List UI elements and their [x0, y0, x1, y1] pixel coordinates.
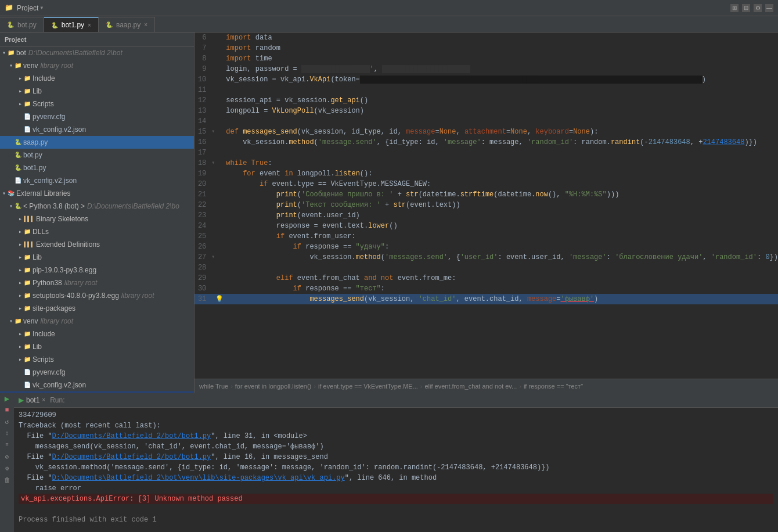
tree-item-binary-skeletons[interactable]: ▸ ▌▌▌ Binary Skeletons: [0, 213, 194, 225]
line-content[interactable]: vk_session = vk_api.VkApi(token=████): [224, 74, 778, 85]
file-json-icon: 📄: [24, 126, 31, 133]
tree-item-venv2[interactable]: ▾ 📁 venv library root: [0, 315, 194, 328]
rerun-icon[interactable]: ↺: [0, 416, 14, 427]
run-icon[interactable]: ▶: [0, 393, 14, 404]
line-content[interactable]: import random: [224, 43, 778, 53]
tree-item-pip[interactable]: ▸ 📁 pip-19.0.3-py3.8.egg: [0, 264, 194, 276]
settings-btn[interactable]: ⚙: [754, 4, 762, 12]
tree-item-vkconfig3[interactable]: ▸ 📄 vk_config.v2.json: [0, 379, 194, 391]
line-content[interactable]: if event.type == VkEventType.MESSAGE_NEW…: [224, 179, 778, 189]
fold-btn-15[interactable]: ▾: [211, 128, 215, 135]
line-content[interactable]: login, password = ████████', ██████████: [224, 64, 778, 74]
fold-btn-27[interactable]: ▾: [211, 254, 215, 260]
run-tab-bot1[interactable]: ▶ bot1 ×: [19, 396, 45, 404]
breadcrumb: while True › for event in longpoll.liste…: [195, 379, 778, 393]
fold-gutter: [211, 263, 215, 273]
tab-bot-py[interactable]: 🐍 bot.py: [0, 17, 44, 32]
tree-item-vaap-py[interactable]: ▸ 🐍 ваар.py: [0, 136, 194, 149]
line-content[interactable]: import time: [224, 53, 778, 64]
tree-item-python38[interactable]: ▾ 🐍 < Python 3.8 (bot) > D:\Documents\Ba…: [0, 200, 194, 213]
tree-item-dlls[interactable]: ▸ 📁 DLLs: [0, 225, 194, 238]
tree-item-scripts-venv[interactable]: ▸ 📁 Scripts: [0, 98, 194, 110]
code-editor[interactable]: 6 import data 7 import random 8: [195, 33, 778, 379]
tree-item-lib-py38[interactable]: ▸ 📁 Lib: [0, 251, 194, 264]
tree-label-venv: venv: [23, 62, 38, 70]
wrap-icon[interactable]: ≡: [0, 439, 14, 451]
tree-item-vkconfig2-json[interactable]: ▸ 📄 vk_config.v2.json: [0, 174, 194, 187]
file-py-icon-vaap: 🐍: [15, 139, 21, 146]
tree-item-include2[interactable]: ▸ 📁 Include: [0, 328, 194, 340]
filter-icon[interactable]: ⊘: [0, 451, 14, 462]
line-content[interactable]: import data: [224, 33, 778, 43]
line-content[interactable]: elif event.from_chat and not event.from_…: [224, 273, 778, 283]
fold-btn-18[interactable]: ▾: [211, 160, 215, 166]
tree-item-venv[interactable]: ▾ 📁 venv library root: [0, 59, 194, 72]
bc-item-1[interactable]: while True: [199, 383, 228, 390]
tree-item-python38-lib[interactable]: ▸ 📁 Python38 library root: [0, 276, 194, 289]
line-content[interactable]: [224, 116, 778, 127]
settings-run-icon[interactable]: ⚙: [0, 462, 14, 474]
line-content[interactable]: print(event.user_id): [224, 210, 778, 221]
tab-bot1-py[interactable]: 🐍 bot1.py ×: [44, 17, 99, 32]
split-btn[interactable]: ⊟: [742, 4, 750, 12]
traceback-link-1[interactable]: D:/Documents/Battlefield 2/bot/bot1.py: [52, 432, 211, 440]
line-content[interactable]: longpoll = VkLongPoll(vk_session): [224, 106, 778, 116]
bc-item-3[interactable]: if event.type == VkEventType.ME...: [318, 383, 418, 390]
line-content[interactable]: vk_session.method('messages.send', {'use…: [224, 252, 778, 263]
stop-icon[interactable]: ■: [0, 404, 14, 416]
line-content[interactable]: [224, 85, 778, 95]
line-content[interactable]: messages_send(vk_session, 'chat_id', eve…: [224, 294, 778, 304]
minimize-btn[interactable]: —: [765, 4, 773, 12]
line-content[interactable]: if response == "удачу":: [224, 242, 778, 252]
line-content[interactable]: [224, 148, 778, 158]
console-output[interactable]: 334729609 Traceback (most recent call la…: [14, 408, 778, 532]
bulb-icon[interactable]: 💡: [215, 296, 224, 303]
traceback-link-2[interactable]: D:/Documents/Battlefield 2/bot/bot1.py: [52, 453, 211, 461]
tree-item-vkconfig-json[interactable]: ▸ 📄 vk_config.v2.json: [0, 123, 194, 136]
bc-item-5[interactable]: if response == "тест": [524, 383, 583, 390]
tree-item-pyvenv-cfg[interactable]: ▸ 📄 pyvenv.cfg: [0, 110, 194, 123]
console-line: vk_session.method('message.send', {id_ty…: [19, 462, 773, 473]
tree-item-pyvenv2[interactable]: ▸ 📄 pyvenv.cfg: [0, 366, 194, 379]
line-content[interactable]: vk_session.method('message.send', {id_ty…: [224, 137, 778, 148]
scroll-icon[interactable]: ↕: [0, 427, 14, 439]
tab-vaap-py[interactable]: 🐍 ваар.py ×: [99, 17, 155, 32]
tree-item-ext-libs[interactable]: ▾ 📚 External Libraries: [0, 187, 194, 200]
tree-item-bot-py[interactable]: ▸ 🐍 bot.py: [0, 149, 194, 161]
tree-item-lib-venv[interactable]: ▸ 📁 Lib: [0, 85, 194, 98]
tree-item-site-packages[interactable]: ▸ 📁 site-packages: [0, 302, 194, 315]
tree-item-bot1-py[interactable]: ▸ 🐍 bot1.py: [0, 161, 194, 174]
run-tab-close[interactable]: ×: [42, 397, 45, 403]
tree-item-setuptools[interactable]: ▸ 📁 setuptools-40.8.0-py3.8.egg library …: [0, 289, 194, 302]
file-json3-icon: 📄: [24, 382, 31, 389]
code-table: 6 import data 7 import random 8: [195, 33, 778, 304]
line-content[interactable]: for event in longpoll.listen():: [224, 168, 778, 179]
tree-item-include[interactable]: ▸ 📁 Include: [0, 72, 194, 85]
line-content[interactable]: if response == "тест":: [224, 283, 778, 294]
tree-item-ext-defs[interactable]: ▸ ▌▌▌ Extended Definitions: [0, 238, 194, 251]
bc-item-4[interactable]: elif event.from_chat and not ev...: [424, 383, 517, 390]
tree-item-bot-root[interactable]: ▾ 📁 bot D:\Documents\Battlefield 2\bot: [0, 46, 194, 59]
line-content[interactable]: print('Текст сообщения: ' + str(event.te…: [224, 200, 778, 210]
line-content[interactable]: print('Сообщение пришло в: ' + str(datet…: [224, 189, 778, 200]
traceback-link-3[interactable]: D:\Documents\Battlefield 2\bot\venv\lib\…: [52, 474, 345, 482]
bulb-gutter: [215, 263, 224, 273]
line-content[interactable]: while True:: [224, 158, 778, 168]
tree-label-vkconfig3: vk_config.v2.json: [33, 381, 86, 389]
tree-item-scripts2[interactable]: ▸ 📁 Scripts: [0, 353, 194, 366]
tab-vaap-py-close[interactable]: ×: [144, 21, 147, 28]
line-content[interactable]: session_api = vk_session.get_api(): [224, 95, 778, 106]
clear-icon[interactable]: 🗑: [0, 474, 14, 486]
line-content[interactable]: if event.from_user:: [224, 231, 778, 242]
tab-bot1-py-close[interactable]: ×: [88, 22, 91, 28]
tree-item-lib2[interactable]: ▸ 📁 Lib: [0, 340, 194, 353]
line-content[interactable]: response = event.text.lower(): [224, 221, 778, 231]
line-content[interactable]: [224, 263, 778, 273]
line-content[interactable]: def messages_send(vk_session, id_type, i…: [224, 127, 778, 137]
new-window-btn[interactable]: ⊞: [730, 4, 739, 12]
tab-bot-py-label: bot.py: [17, 21, 37, 29]
bc-item-2[interactable]: for event in longpoll.listen(): [235, 383, 311, 390]
table-row: 14: [195, 116, 778, 127]
folder-pip-icon: 📁: [24, 267, 31, 274]
code-editor-area: 6 import data 7 import random 8: [195, 33, 778, 393]
